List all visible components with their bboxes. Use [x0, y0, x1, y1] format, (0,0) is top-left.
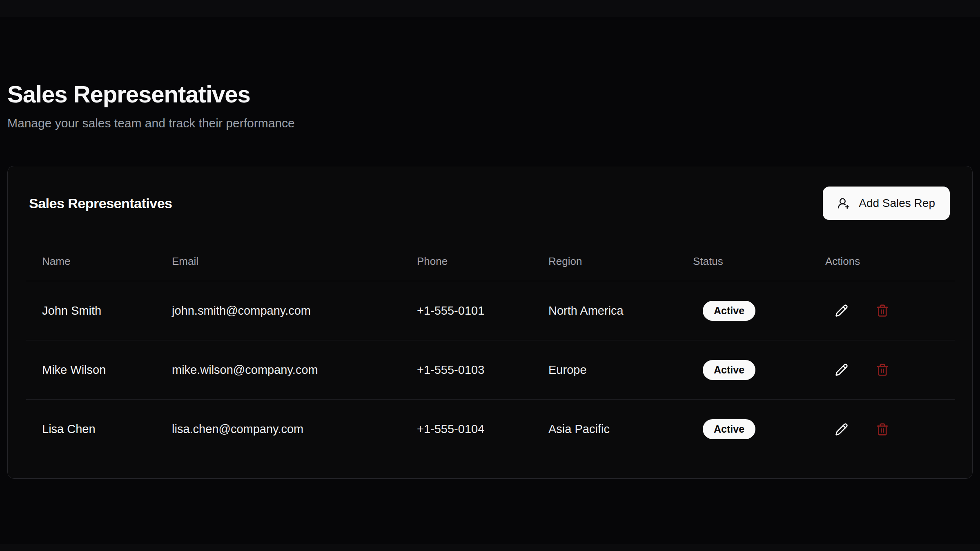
rep-actions-cell	[809, 418, 955, 441]
delete-rep-button[interactable]	[871, 299, 894, 322]
table-row: Lisa Chen lisa.chen@company.com +1-555-0…	[26, 400, 955, 459]
rep-status-cell: Active	[677, 360, 809, 380]
rep-region: Europe	[532, 363, 677, 377]
rep-phone: +1-555-0101	[401, 304, 532, 318]
rep-region: North America	[532, 304, 677, 318]
rep-name: John Smith	[26, 304, 156, 318]
rep-actions-cell	[809, 358, 955, 381]
edit-rep-button[interactable]	[830, 358, 853, 381]
edit-rep-button[interactable]	[830, 299, 853, 322]
rep-phone: +1-555-0103	[401, 363, 532, 377]
table-row: John Smith john.smith@company.com +1-555…	[26, 281, 955, 340]
rep-email: mike.wilson@company.com	[156, 363, 401, 377]
page-title: Sales Representatives	[7, 80, 973, 109]
delete-rep-button[interactable]	[871, 418, 894, 441]
trash-icon	[876, 363, 889, 376]
column-header-actions: Actions	[809, 255, 955, 268]
column-header-email: Email	[156, 255, 401, 268]
add-sales-rep-button[interactable]: Add Sales Rep	[823, 187, 950, 220]
sales-representatives-page: Sales Representatives Manage your sales …	[0, 0, 980, 479]
trash-icon	[876, 304, 889, 317]
status-badge: Active	[703, 360, 755, 380]
rep-status-cell: Active	[677, 301, 809, 321]
page-subtitle: Manage your sales team and track their p…	[7, 114, 973, 132]
pencil-icon	[835, 304, 848, 317]
add-sales-rep-label: Add Sales Rep	[859, 197, 935, 210]
pencil-icon	[835, 423, 848, 436]
status-badge: Active	[703, 419, 755, 439]
rep-status-cell: Active	[677, 419, 809, 439]
delete-rep-button[interactable]	[871, 358, 894, 381]
status-badge: Active	[703, 301, 755, 321]
rep-email: lisa.chen@company.com	[156, 422, 401, 436]
sales-representatives-card: Sales Representatives Add Sales Rep Name…	[7, 166, 973, 479]
bottom-window-band	[0, 544, 980, 551]
column-header-status: Status	[677, 255, 809, 268]
column-header-phone: Phone	[401, 255, 532, 268]
rep-name: Lisa Chen	[26, 422, 156, 436]
column-header-name: Name	[26, 255, 156, 268]
rep-name: Mike Wilson	[26, 363, 156, 377]
user-round-plus-icon	[837, 197, 850, 209]
table-header-row: Name Email Phone Region Status Actions	[26, 242, 955, 281]
edit-rep-button[interactable]	[830, 418, 853, 441]
rep-phone: +1-555-0104	[401, 422, 532, 436]
trash-icon	[876, 423, 889, 436]
table-row: Mike Wilson mike.wilson@company.com +1-5…	[26, 340, 955, 400]
column-header-region: Region	[532, 255, 677, 268]
rep-email: john.smith@company.com	[156, 304, 401, 318]
rep-region: Asia Pacific	[532, 422, 677, 436]
rep-actions-cell	[809, 299, 955, 322]
card-title: Sales Representatives	[29, 196, 172, 211]
card-header: Sales Representatives Add Sales Rep	[8, 166, 972, 221]
sales-reps-table: Name Email Phone Region Status Actions J…	[26, 242, 955, 459]
pencil-icon	[835, 363, 848, 376]
